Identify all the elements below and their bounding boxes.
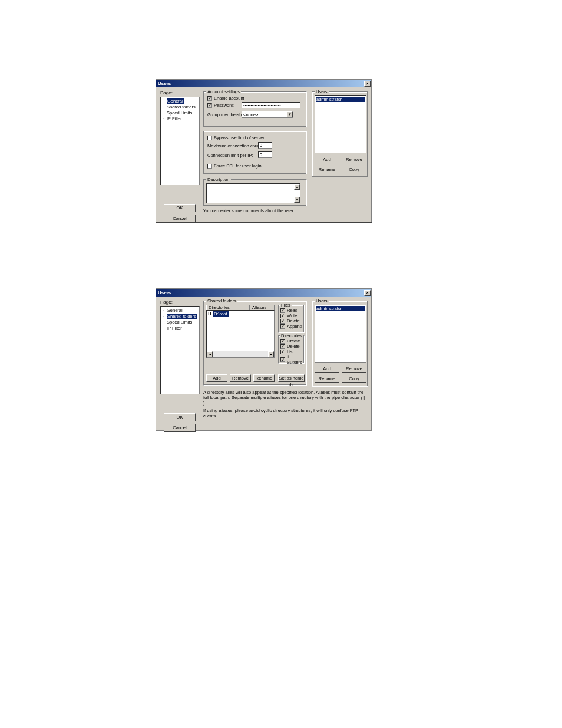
delete-checkbox[interactable]: Delete — [280, 318, 304, 324]
tree-item-speed-limits[interactable]: Speed Limits — [162, 319, 198, 325]
scroll-left-icon[interactable]: ◂ — [207, 351, 213, 357]
read-checkbox[interactable]: Read — [280, 308, 304, 313]
scroll-up-icon[interactable]: ▴ — [294, 184, 300, 190]
set-home-dir-button[interactable]: Set as home dir — [278, 374, 305, 382]
remove-button[interactable]: Remove — [342, 156, 366, 163]
max-connection-field[interactable]: 0 — [258, 142, 272, 149]
group-title: Users — [315, 89, 329, 94]
write-checkbox[interactable]: Write — [280, 313, 304, 318]
scroll-right-icon[interactable]: ▸ — [268, 351, 274, 357]
list-item[interactable]: administrator — [316, 97, 365, 102]
dir-remove-button[interactable]: Remove — [230, 374, 251, 382]
page-tree[interactable]: General Shared folders Speed Limits IP F… — [160, 97, 200, 185]
description-textarea[interactable]: ▴ ▾ — [206, 183, 300, 203]
checkbox-icon — [280, 308, 285, 313]
force-ssl-checkbox[interactable]: Force SSL for user login — [207, 163, 262, 169]
users-listbox[interactable]: administrator — [315, 95, 366, 153]
users-dialog-shared-folders: Users × Page: General Shared folders Spe… — [156, 288, 372, 431]
group-title: Account settings — [206, 89, 241, 94]
users-dialog-general: Users × Page: General Shared folders Spe… — [156, 79, 372, 222]
tree-item-speed-limits[interactable]: Speed Limits — [162, 110, 198, 116]
create-checkbox[interactable]: Create — [280, 338, 304, 344]
directories-permissions-group: Directories Create Delete List + Subdirs — [278, 335, 305, 364]
copy-button[interactable]: Copy — [342, 166, 366, 173]
list-item[interactable]: administrator — [316, 306, 365, 311]
description-group: Description ▴ ▾ — [203, 179, 307, 206]
description-hint: You can enter some comments about the us… — [203, 208, 293, 213]
list-checkbox[interactable]: List — [280, 349, 304, 354]
shared-folders-group: Shared folders Directories Aliases H D:\… — [203, 301, 307, 386]
page-label: Page: — [160, 299, 173, 305]
checkbox-icon — [207, 103, 212, 108]
conn-per-ip-label: Connection limit per IP: — [207, 153, 253, 158]
scroll-down-icon[interactable]: ▾ — [294, 197, 300, 203]
limits-group: Bypass userlimit of server Maximum conne… — [203, 131, 307, 174]
users-listbox[interactable]: administrator — [315, 305, 366, 363]
group-title: Description — [206, 177, 231, 182]
close-icon[interactable]: × — [364, 290, 371, 296]
max-connection-label: Maximum connection count: — [207, 143, 262, 149]
horizontal-scrollbar[interactable]: ◂ ▸ — [207, 351, 274, 357]
checkbox-icon — [207, 164, 212, 169]
bypass-userlimit-checkbox[interactable]: Bypass userlimit of server — [207, 135, 265, 140]
tree-item-shared-folders[interactable]: Shared folders — [162, 314, 198, 319]
account-settings-group: Account settings Enable account Password… — [203, 91, 307, 127]
group-title: Shared folders — [206, 298, 237, 304]
add-button[interactable]: Add — [315, 365, 339, 373]
checkbox-icon — [280, 350, 285, 354]
directory-path: D:\root — [213, 311, 229, 317]
titlebar[interactable]: Users × — [156, 289, 371, 297]
users-group: Users administrator Add Remove Rename Co… — [312, 91, 368, 177]
cancel-button[interactable]: Cancel — [164, 215, 196, 223]
append-checkbox[interactable]: Append — [280, 324, 304, 329]
tree-item-shared-folders[interactable]: Shared folders — [162, 104, 198, 110]
checkbox-icon — [207, 96, 212, 101]
dir-delete-checkbox[interactable]: Delete — [280, 344, 304, 349]
checkbox-icon — [280, 314, 285, 318]
titlebar[interactable]: Users × — [156, 80, 371, 87]
conn-per-ip-field[interactable]: 0 — [258, 151, 272, 158]
directories-list[interactable]: H D:\root ◂ ▸ — [206, 310, 275, 358]
chevron-down-icon: ▼ — [287, 111, 293, 117]
rename-button[interactable]: Rename — [315, 166, 339, 173]
checkbox-icon — [280, 324, 285, 329]
alias-help-text: A directory alias will also appear at th… — [203, 390, 366, 419]
cancel-button[interactable]: Cancel — [164, 424, 196, 432]
remove-button[interactable]: Remove — [342, 365, 366, 373]
password-field[interactable]: •••••••••••••••••••••••••• — [242, 102, 300, 108]
home-marker: H — [207, 311, 213, 317]
group-title: Users — [315, 298, 329, 304]
rename-button[interactable]: Rename — [315, 375, 339, 383]
group-title: Directories — [280, 333, 303, 338]
ok-button[interactable]: OK — [164, 204, 196, 212]
dir-rename-button[interactable]: Rename — [253, 374, 275, 382]
table-row[interactable]: H D:\root — [207, 311, 274, 317]
users-group: Users administrator Add Remove Rename Co… — [312, 301, 368, 387]
page-label: Page: — [160, 90, 173, 95]
checkbox-icon — [280, 357, 285, 362]
copy-button[interactable]: Copy — [342, 375, 366, 383]
title-text: Users — [158, 290, 171, 295]
password-checkbox[interactable]: Password: — [207, 103, 234, 108]
group-title: Files — [280, 302, 292, 308]
tree-item-ip-filter[interactable]: IP Filter — [162, 116, 198, 122]
checkbox-icon — [280, 344, 285, 349]
close-icon[interactable]: × — [364, 81, 371, 87]
group-membership-label: Group membership: — [207, 112, 246, 117]
dir-add-button[interactable]: Add — [206, 374, 227, 382]
tree-item-ip-filter[interactable]: IP Filter — [162, 325, 198, 331]
add-button[interactable]: Add — [315, 156, 339, 163]
tree-item-general[interactable]: General — [162, 308, 198, 314]
checkbox-icon — [207, 136, 212, 140]
title-text: Users — [158, 81, 171, 86]
tree-item-general[interactable]: General — [162, 98, 198, 104]
enable-account-checkbox[interactable]: Enable account — [207, 95, 244, 101]
checkbox-icon — [280, 339, 285, 344]
files-permissions-group: Files Read Write Delete Append — [278, 305, 305, 333]
group-membership-select[interactable]: <none> ▼ — [242, 111, 293, 118]
ok-button[interactable]: OK — [164, 413, 196, 421]
page-tree[interactable]: General Shared folders Speed Limits IP F… — [160, 306, 200, 394]
checkbox-icon — [280, 319, 285, 324]
subdirs-checkbox[interactable]: + Subdirs — [280, 354, 304, 365]
